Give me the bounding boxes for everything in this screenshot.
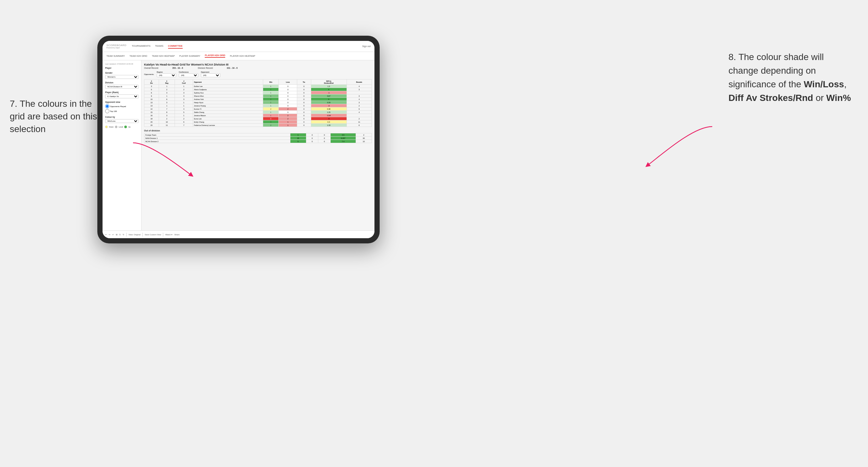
sidebar-gender-label: Gender xyxy=(105,72,138,74)
cell-conf: 6 xyxy=(175,120,193,124)
watch-btn[interactable]: Watch ▾ xyxy=(165,234,172,236)
cell-opponent: Eunice Yi xyxy=(193,107,263,111)
sidebar-radio-top100[interactable]: Top 100 xyxy=(105,109,138,113)
h2h-grid-table: #Div #Reg #Conf Opponent Win Loss Tie Di… xyxy=(144,79,372,127)
sub-nav-player-summary[interactable]: PLAYER SUMMARY xyxy=(180,55,200,57)
cell-div: 18 xyxy=(145,117,159,120)
sidebar-colour-by-select[interactable]: Win/Loss xyxy=(105,119,138,123)
cell-tie: 0 xyxy=(297,101,311,104)
paste-btn[interactable]: ⎘ xyxy=(119,234,121,236)
share-btn[interactable]: Share xyxy=(174,234,180,236)
cell-conf: 3 xyxy=(175,91,193,94)
cell-win: 1 xyxy=(263,104,279,107)
cell-opponent: Jessica Mason xyxy=(193,114,263,117)
content-title: Katelyn Vo Head-to-Head Grid for Women's… xyxy=(144,63,372,66)
cell-opponent: Heejo Hyun xyxy=(193,101,263,104)
cell-loss: 2 xyxy=(279,117,297,120)
sub-nav-team-h2h-grid[interactable]: TEAM H2H GRID xyxy=(129,55,147,57)
redo-btn[interactable]: ↪ xyxy=(109,234,110,236)
sidebar-gender-section: Gender Women's xyxy=(105,72,138,79)
nav-committee[interactable]: COMMITTEE xyxy=(168,44,183,49)
overall-record-value: 353 - 34 - 6 xyxy=(172,67,183,69)
sidebar: Last Updated: 27/03/2024 16:55:38 Player… xyxy=(102,60,142,230)
cell-win: 4 xyxy=(263,120,279,124)
sidebar-radio-opponents-played[interactable]: Opponents Played xyxy=(105,104,138,108)
cell-conf: 5 xyxy=(175,111,193,114)
cell-win: 2 xyxy=(263,107,279,111)
view-original-btn[interactable]: View: Original xyxy=(128,234,141,236)
ood-cell-tie: 0 xyxy=(318,140,331,143)
cell-rounds: 2 xyxy=(346,104,372,107)
cell-div: 20 xyxy=(145,124,159,127)
cell-loss: 1 xyxy=(279,120,297,124)
cell-win: 1 xyxy=(263,101,279,104)
opponent-label: Opponent xyxy=(201,71,220,73)
cell-diff: 0.38 xyxy=(311,107,346,111)
conference-select[interactable]: (All) xyxy=(179,73,198,77)
cell-reg: 3 xyxy=(159,91,175,94)
cell-reg: 6 xyxy=(159,98,175,101)
cell-loss: 0 xyxy=(279,101,297,104)
sub-nav-player-h2h-heatmap[interactable]: PLAYER H2H HEATMAP xyxy=(230,55,255,57)
nav-items: TOURNAMENTS TEAMS COMMITTEE xyxy=(132,44,362,49)
table-row: 3 1 1 Esther Lee 1 0 0 1.5 4 xyxy=(145,85,372,88)
cell-rounds: 4 xyxy=(346,98,372,101)
refresh-btn[interactable]: ↻ xyxy=(123,234,124,236)
ood-cell-rounds: 10 xyxy=(355,140,372,143)
cell-rounds: 11 xyxy=(346,120,372,124)
sub-nav-player-h2h-grid[interactable]: PLAYER H2H GRID xyxy=(205,54,225,58)
col-conf: #Conf xyxy=(175,80,193,85)
save-custom-view-label: Save Custom View xyxy=(145,234,161,236)
sidebar-player-label: Player xyxy=(105,67,138,69)
sidebar-player-rank-select[interactable]: 8. Katelyn Vo xyxy=(105,94,138,98)
cell-conf: 4 xyxy=(175,94,193,98)
table-row: 6 3 3 Sydney Kuo 1 0 0 -1 xyxy=(145,91,372,94)
cell-conf: 1 xyxy=(175,104,193,107)
share-label: Share xyxy=(174,234,180,236)
cell-win: 1 xyxy=(263,85,279,88)
cell-loss: 0 xyxy=(279,94,297,98)
annotation-left-text: 7. The colours in the grid are based on … xyxy=(10,99,97,134)
sidebar-gender-select[interactable]: Women's xyxy=(105,75,138,79)
annotation-left: 7. The colours in the grid are based on … xyxy=(10,97,97,136)
out-of-division-title: Out of division xyxy=(144,129,372,132)
undo-btn[interactable]: ↩ xyxy=(105,234,107,236)
col-reg: #Reg xyxy=(159,80,175,85)
toolbar-divider-1 xyxy=(126,233,127,237)
sidebar-opponent-view-section: Opponent view Opponents Played Top 100 xyxy=(105,101,138,113)
cell-conf: 1 xyxy=(175,101,193,104)
redo2-btn[interactable]: ↩ xyxy=(112,234,114,236)
tablet-screen: SCOREBOARD Powered by clippd TOURNAMENTS… xyxy=(102,41,374,238)
sub-nav-team-summary[interactable]: TEAM SUMMARY xyxy=(106,55,125,57)
content-record: Overall Record: 353 - 34 - 6 Division Re… xyxy=(144,67,372,69)
cell-tie: 0 xyxy=(297,85,311,88)
legend-level-label: Level xyxy=(119,126,123,128)
cell-diff: 1.33 xyxy=(311,124,346,127)
filters-row: Opponents: Region (All) Conference (All) xyxy=(144,71,372,77)
nav-teams[interactable]: TEAMS xyxy=(155,44,163,49)
ood-cell-loss: 0 xyxy=(306,133,318,136)
sidebar-colour-by-section: Colour by Win/Loss xyxy=(105,116,138,123)
cell-reg: 1 xyxy=(159,85,175,88)
ood-table: Foreign Team 1 0 0 4.5 2 NAIA Division 1… xyxy=(144,133,372,143)
sidebar-division-label: Division xyxy=(105,82,138,84)
cell-rounds: 2 xyxy=(346,117,372,120)
cell-reg: 3 xyxy=(159,114,175,117)
nav-tournaments[interactable]: TOURNAMENTS xyxy=(132,44,151,49)
content-area: Katelyn Vo Head-to-Head Grid for Women's… xyxy=(142,60,374,230)
cell-loss: 1 xyxy=(279,124,297,127)
sign-out[interactable]: Sign out xyxy=(362,45,371,48)
sidebar-division-select[interactable]: NCAA Division III xyxy=(105,85,138,89)
cell-conf: 4 xyxy=(175,107,193,111)
table-row: 20 10 6 Emily Chang 4 1 0 0.3 11 xyxy=(145,120,372,124)
region-select[interactable]: (All) xyxy=(157,73,176,77)
cell-diff: -0.94 xyxy=(311,114,346,117)
copy-btn[interactable]: ⊞ xyxy=(116,234,118,236)
sidebar-player-rank-section: Player (Rank) 8. Katelyn Vo xyxy=(105,91,138,98)
opponent-select[interactable]: (All) xyxy=(201,73,220,77)
cell-reg: 11 xyxy=(159,124,175,127)
save-custom-view-btn[interactable]: Save Custom View xyxy=(145,234,161,236)
cell-loss: 0 xyxy=(279,91,297,94)
sub-nav-team-h2h-heatmap[interactable]: TEAM H2H HEATMAP xyxy=(152,55,175,57)
ood-cell-win: 15 xyxy=(290,136,306,140)
